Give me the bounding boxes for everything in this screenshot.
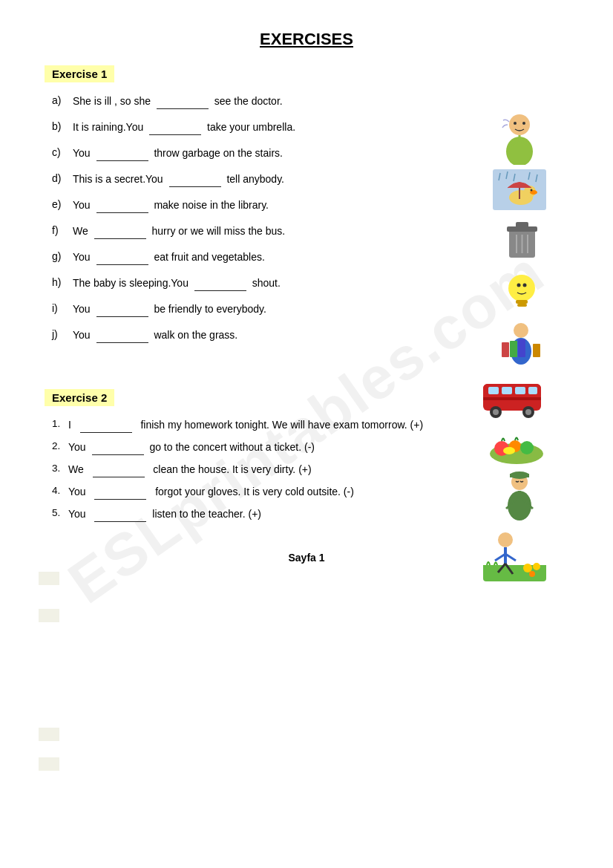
image-fruits <box>487 422 546 466</box>
blank-c[interactable] <box>96 145 148 161</box>
item-label-d: d) <box>52 171 73 186</box>
svg-point-3 <box>522 122 525 125</box>
svg-rect-26 <box>517 304 527 307</box>
svg-point-50 <box>503 447 515 454</box>
svg-line-61 <box>495 554 505 561</box>
image-garbage <box>498 215 546 263</box>
blank-a[interactable] <box>157 93 209 109</box>
svg-point-59 <box>498 532 513 547</box>
item-label-c: c) <box>52 145 73 160</box>
deco-square-3 <box>39 728 59 741</box>
svg-rect-37 <box>488 387 499 394</box>
deco-square-4 <box>39 757 59 771</box>
image-sick-person <box>493 111 546 165</box>
deco-square-1 <box>39 572 59 585</box>
num-label-3: 3. <box>52 461 68 476</box>
svg-rect-25 <box>516 300 528 304</box>
blank-e2-2[interactable] <box>92 439 144 455</box>
image-secret <box>498 267 546 316</box>
image-baby-sleeping <box>493 470 546 523</box>
blank-e[interactable] <box>96 197 148 213</box>
blank-i[interactable] <box>96 301 148 317</box>
blank-e2-5[interactable] <box>94 506 146 522</box>
svg-point-44 <box>525 409 531 415</box>
image-rain-umbrella <box>493 169 546 210</box>
svg-rect-20 <box>516 222 528 228</box>
item-label-e: e) <box>52 197 73 212</box>
image-bus <box>479 375 546 418</box>
exercise1-item-a: a) She is ill , so she see the doctor. <box>52 93 568 109</box>
svg-point-0 <box>509 114 530 135</box>
num-label-1: 1. <box>52 417 68 431</box>
images-column <box>479 111 546 581</box>
svg-point-66 <box>533 563 540 570</box>
blank-h[interactable] <box>194 275 246 291</box>
image-grass-walk <box>483 528 546 581</box>
exercise1-header: Exercise 1 <box>45 65 114 82</box>
svg-point-67 <box>529 571 535 577</box>
svg-rect-32 <box>510 341 517 357</box>
item-label-g: g) <box>52 249 73 264</box>
blank-e2-1[interactable] <box>80 417 132 433</box>
svg-point-29 <box>514 323 528 338</box>
num-label-5: 5. <box>52 506 68 521</box>
svg-rect-45 <box>483 397 541 400</box>
svg-rect-40 <box>528 387 537 394</box>
svg-point-28 <box>523 284 527 287</box>
svg-rect-39 <box>515 387 525 394</box>
item-text-a: She is ill , so she see the doctor. <box>73 93 568 109</box>
num-label-4: 4. <box>52 483 68 498</box>
deco-square-2 <box>39 609 59 622</box>
exercise2-header: Exercise 2 <box>45 389 114 406</box>
item-label-f: f) <box>52 223 73 238</box>
blank-e2-4[interactable] <box>94 483 146 500</box>
svg-point-24 <box>508 275 535 301</box>
svg-point-2 <box>514 122 517 125</box>
svg-point-27 <box>517 284 521 287</box>
svg-point-42 <box>493 409 499 415</box>
image-library <box>496 320 546 371</box>
svg-point-16 <box>531 189 533 192</box>
blank-f[interactable] <box>94 223 146 239</box>
svg-rect-33 <box>518 339 525 357</box>
svg-rect-38 <box>502 387 512 394</box>
svg-point-49 <box>520 441 534 454</box>
page-title: EXERCISES <box>45 30 568 49</box>
blank-e2-3[interactable] <box>93 461 145 477</box>
svg-rect-53 <box>510 474 529 477</box>
svg-line-62 <box>505 554 516 561</box>
item-label-j: j) <box>52 327 73 342</box>
svg-rect-31 <box>502 342 509 357</box>
item-label-i: i) <box>52 301 73 316</box>
item-label-b: b) <box>52 119 73 134</box>
blank-j[interactable] <box>96 327 148 343</box>
svg-point-65 <box>523 564 532 572</box>
blank-g[interactable] <box>96 249 148 265</box>
item-label-h: h) <box>52 275 73 290</box>
item-label-a: a) <box>52 93 73 108</box>
blank-b[interactable] <box>149 119 201 135</box>
blank-d[interactable] <box>169 171 221 187</box>
num-label-2: 2. <box>52 439 68 454</box>
svg-rect-34 <box>533 344 540 357</box>
